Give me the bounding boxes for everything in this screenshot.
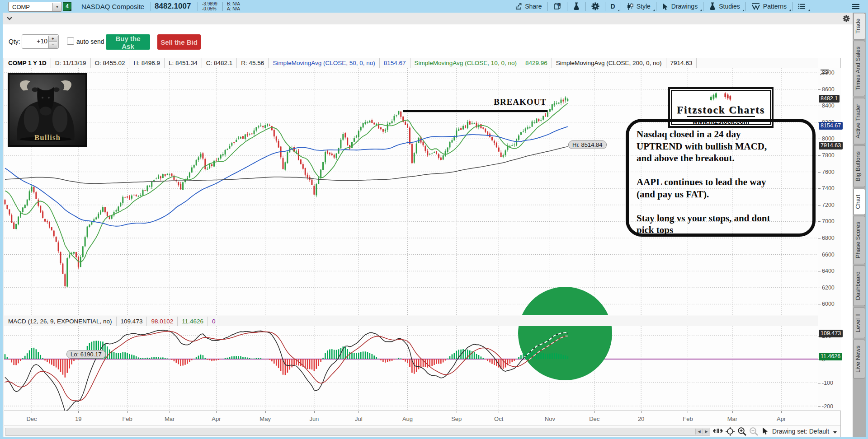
time-axis-label: Oct: [494, 416, 503, 422]
separator: [198, 2, 198, 11]
price-badge: 8154.67: [819, 122, 843, 130]
time-axis-label: Jun: [309, 416, 319, 422]
sidebar-tab-big-buttons[interactable]: Big Buttons: [854, 145, 865, 187]
study-label[interactable]: SimpleMovingAvg (CLOSE, 50, 0, no): [269, 58, 379, 68]
list-icon: [798, 3, 806, 9]
auto-send-checkbox[interactable]: [67, 37, 74, 45]
time-scrollbar[interactable]: ◀ ▶: [5, 428, 710, 436]
sidebar-tab-chart[interactable]: Chart: [854, 189, 865, 215]
share-button[interactable]: Share: [509, 0, 547, 13]
price-badge: 7914.63: [819, 142, 843, 149]
studies-button[interactable]: Studies: [703, 0, 745, 13]
macd-chart[interactable]: [4, 326, 818, 411]
patterns-button[interactable]: Patterns: [746, 0, 792, 13]
sidebar-tab-trade[interactable]: Trade: [854, 13, 865, 39]
sidebar-tab-phase-scores[interactable]: Phase Scores: [854, 216, 865, 264]
macd-tick: -100: [822, 380, 833, 386]
chart-settings-button[interactable]: [586, 0, 605, 13]
left-border: [0, 13, 3, 439]
price-tick: 6000: [822, 301, 835, 307]
buy-the-ask-button[interactable]: Buy the Ask: [106, 34, 150, 50]
chart-menu-button[interactable]: [793, 0, 811, 13]
qty-label: Qty:: [9, 38, 20, 45]
quantity-stepper[interactable]: +10 + −: [22, 34, 59, 49]
time-axis-label: Apr: [212, 416, 221, 422]
symbol-select[interactable]: COMP ▼: [8, 2, 62, 12]
time-axis-label: Mar: [727, 416, 737, 422]
page-info-icon: i: [553, 2, 561, 10]
change-percent: -0.05%: [202, 6, 217, 11]
hamburger-menu-icon: [852, 3, 860, 10]
time-axis-label: Dec: [26, 416, 37, 422]
macd-badge: 11.4626: [819, 353, 842, 360]
study-label[interactable]: SimpleMovingAvg (CLOSE, 10, 0, no): [410, 58, 521, 68]
separator: [222, 2, 223, 11]
macd-badge: 109.473: [819, 330, 843, 337]
flask-icon: [573, 2, 580, 10]
breakout-label: BREAKOUT: [494, 97, 547, 107]
chart-snapshot-button[interactable]: i: [548, 0, 567, 13]
ohlc-cell: O: 8455.02: [91, 58, 130, 68]
change: -3.9899: [202, 1, 217, 6]
price-tick: 8600: [822, 86, 835, 93]
chart-header-row: COMP 1 Y 1D D: 11/13/19O: 8455.02H: 8496…: [4, 58, 818, 68]
logo-title: Fitzstock Charts: [672, 104, 770, 116]
global-menu-button[interactable]: [852, 3, 860, 12]
pointer-tool-icon[interactable]: [762, 427, 769, 435]
style-button[interactable]: Style: [621, 0, 656, 13]
green-circle-annotation[interactable]: [518, 287, 612, 315]
time-axis-label: Nov: [545, 416, 555, 422]
watchlist-badge[interactable]: 4: [63, 2, 71, 11]
collapse-chevron-icon[interactable]: [6, 16, 13, 21]
symbol-name: NASDAQ Composite: [81, 3, 144, 10]
scroll-right-arrow[interactable]: ▶: [703, 429, 710, 434]
sidebar-gadget-tabs: TradeTimes And SalesActive TraderBig But…: [853, 13, 866, 437]
price-tick: 6600: [822, 252, 835, 258]
bid-ask: B: N/A A: N/A: [227, 1, 240, 11]
svg-text:i: i: [558, 3, 559, 6]
note-annotation-box[interactable]: Nasdaq closed in a 24 dayUPTREND with bu…: [626, 119, 816, 237]
sidebar-tab-times-and-sales[interactable]: Times And Sales: [854, 41, 865, 96]
quick-study-button[interactable]: [567, 0, 585, 13]
scroll-left-arrow[interactable]: ◀: [695, 429, 703, 434]
price-badge: 8482.1: [819, 95, 840, 103]
zoom-in-icon[interactable]: [737, 427, 747, 436]
dropdown-arrow-icon: [833, 431, 837, 434]
sidebar-tab-live-news[interactable]: Live News: [854, 340, 865, 378]
ohlc-cell: D: 11/13/19: [51, 58, 91, 68]
time-axis-label: Aug: [402, 416, 413, 422]
sidebar-tab-dashboard[interactable]: Dashboard: [854, 266, 865, 306]
sell-the-bid-button[interactable]: Sell the Bid: [157, 34, 201, 50]
quantity-value: +10: [37, 37, 47, 45]
period-low-bubble: Lo: 6190.17: [66, 350, 106, 359]
time-axis[interactable]: Dec19FebMarAprMayJunJulAugSepOctNovDec20…: [4, 411, 840, 425]
gear-icon: [591, 2, 599, 10]
symbol-dropdown-icon[interactable]: ▼: [52, 3, 61, 11]
time-axis-label: 20: [638, 416, 644, 422]
last-price: 8482.1007: [155, 2, 191, 11]
study-label[interactable]: SimpleMovingAvg (CLOSE, 200, 0, no): [552, 58, 666, 68]
candlestick-style-icon: [627, 3, 634, 10]
crosshair-icon[interactable]: [726, 427, 735, 436]
pan-icon[interactable]: [713, 427, 723, 435]
breakout-line[interactable]: [403, 110, 548, 112]
price-axis[interactable]: 8800860084008200800078007600740072007000…: [818, 68, 841, 411]
symbol-value: COMP: [9, 4, 52, 10]
sidebar-tab-active-trader[interactable]: Active Trader: [854, 98, 865, 145]
zoom-out-icon[interactable]: [749, 427, 759, 436]
time-axis-label: May: [259, 416, 271, 422]
drawing-set-selector[interactable]: Drawing set: Default: [772, 428, 837, 435]
sidebar-tab-level-ii[interactable]: Level II: [854, 308, 865, 338]
bull-graphic: [9, 75, 82, 141]
share-icon: [514, 3, 522, 10]
qty-decrement-button[interactable]: −: [48, 42, 57, 48]
drawings-button[interactable]: Drawings: [656, 0, 703, 13]
order-entry-strip: [3, 13, 853, 25]
strip-gear-icon[interactable]: [843, 15, 850, 22]
macd-study-label: MACD (12, 26, 9, EXPONENTIAL, no): [4, 317, 117, 326]
ask: A: N/A: [227, 6, 240, 11]
timeframe-button[interactable]: D: [605, 0, 621, 13]
logo-candles-icon: [708, 91, 734, 102]
price-tick: 7800: [822, 152, 835, 159]
macd-value: 11.4626: [178, 317, 208, 326]
